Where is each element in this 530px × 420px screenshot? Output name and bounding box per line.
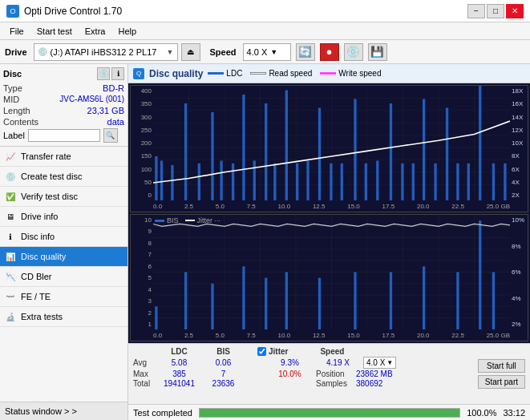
refresh-button[interactable]: 🔄 bbox=[296, 43, 315, 61]
jitter-label: Jitter bbox=[269, 347, 288, 356]
disc-section-title: Disc bbox=[3, 69, 22, 79]
stats-header-speed: Speed bbox=[296, 347, 344, 356]
ldc-svg bbox=[153, 86, 510, 200]
start-full-button[interactable]: Start full bbox=[478, 359, 525, 373]
svg-rect-47 bbox=[492, 164, 495, 200]
title-bar: O Opti Drive Control 1.70 − □ ✕ bbox=[0, 0, 530, 22]
sidebar-item-create-test-disc-label: Create test disc bbox=[21, 172, 82, 181]
menu-file[interactable]: File bbox=[3, 25, 30, 38]
stats-max-label: Max bbox=[133, 370, 157, 378]
svg-rect-20 bbox=[184, 103, 187, 200]
menu-help[interactable]: Help bbox=[111, 25, 143, 38]
start-part-button[interactable]: Start part bbox=[478, 375, 525, 389]
drive-info-icon: 🖥 bbox=[5, 211, 16, 222]
svg-rect-77 bbox=[456, 273, 459, 330]
svg-rect-23 bbox=[220, 161, 222, 201]
menu-extra[interactable]: Extra bbox=[79, 25, 112, 38]
eject-button[interactable]: ⏏ bbox=[181, 43, 200, 61]
svg-rect-40 bbox=[412, 164, 415, 200]
disc-info-icon: ℹ bbox=[5, 231, 16, 242]
extra-tests-icon: 🔬 bbox=[5, 311, 16, 322]
verify-test-disc-icon: ✅ bbox=[5, 191, 16, 202]
svg-rect-70 bbox=[242, 266, 245, 329]
legend-ldc-label: LDC bbox=[226, 69, 242, 78]
disc-quality-icon: 📊 bbox=[5, 251, 16, 262]
sidebar-item-disc-info[interactable]: ℹ Disc info bbox=[0, 227, 127, 247]
svg-rect-31 bbox=[306, 161, 309, 201]
svg-rect-72 bbox=[285, 273, 288, 330]
drive-value: (J:) ATAPI iHBS312 2 PL17 bbox=[51, 47, 157, 57]
maximize-button[interactable]: □ bbox=[487, 4, 504, 18]
sidebar-item-extra-tests-label: Extra tests bbox=[21, 312, 63, 321]
stats-samples-label: Samples bbox=[316, 379, 356, 388]
stats-total-label: Total bbox=[133, 379, 157, 388]
bis-legend: BIS Jitter ··· bbox=[155, 216, 510, 224]
close-button[interactable]: ✕ bbox=[506, 4, 524, 18]
disc-info-btn[interactable]: ℹ bbox=[111, 67, 124, 80]
disc-mid-row: MID JVC-AMS6L (001) bbox=[3, 95, 124, 104]
stats-headers: LDC BIS Jitter Speed bbox=[133, 347, 471, 356]
burn-button[interactable]: ● bbox=[320, 43, 339, 61]
status-window-button[interactable]: Status window > > bbox=[0, 402, 127, 420]
sidebar-item-drive-info[interactable]: 🖥 Drive info bbox=[0, 207, 127, 227]
sidebar-item-create-test-disc[interactable]: 💿 Create test disc bbox=[0, 167, 127, 187]
sidebar-item-disc-quality[interactable]: 📊 Disc quality bbox=[0, 247, 127, 267]
svg-rect-22 bbox=[211, 112, 213, 200]
status-time: 33:12 bbox=[503, 408, 525, 418]
speed-arrow: ▼ bbox=[270, 48, 277, 56]
speed-label: Speed bbox=[210, 47, 237, 57]
content-area: Q Disc quality LDC Read speed Write spee… bbox=[128, 64, 530, 420]
disc-contents-label: Contents bbox=[3, 117, 38, 127]
stats-samples-value: 380692 bbox=[356, 379, 404, 388]
stats-total-ldc: 1941041 bbox=[157, 379, 201, 388]
stats-max-bis: 7 bbox=[201, 370, 245, 378]
legend-write-speed-color bbox=[320, 72, 336, 75]
bis-x-axis: 0.02.55.07.510.012.515.017.520.022.525.0… bbox=[153, 329, 510, 341]
disc-type-label: Type bbox=[3, 83, 22, 93]
app-title: Opti Drive Control 1.70 bbox=[24, 6, 122, 17]
disc-mid-value: JVC-AMS6L (001) bbox=[59, 95, 124, 104]
svg-rect-44 bbox=[456, 164, 459, 200]
chart-legend: LDC Read speed Write speed bbox=[208, 69, 381, 78]
jitter-checkbox[interactable] bbox=[257, 347, 266, 356]
svg-rect-34 bbox=[341, 164, 343, 200]
disc-mid-label: MID bbox=[3, 95, 19, 104]
svg-rect-18 bbox=[160, 161, 163, 201]
sidebar-item-extra-tests[interactable]: 🔬 Extra tests bbox=[0, 307, 127, 327]
disc-contents-value: data bbox=[107, 117, 124, 127]
stats-position-label: Position bbox=[316, 370, 356, 378]
sidebar-item-verify-test-disc-label: Verify test disc bbox=[21, 192, 78, 201]
minimize-button[interactable]: − bbox=[467, 4, 485, 18]
disc-label-input[interactable] bbox=[28, 129, 100, 142]
disc-label-row: Label 🔍 bbox=[3, 128, 124, 143]
ldc-y-axis-right: 18X16X14X12X10X8X6X4X2X bbox=[510, 86, 528, 200]
window-controls: − □ ✕ bbox=[467, 4, 524, 18]
sidebar-item-verify-test-disc[interactable]: ✅ Verify test disc bbox=[0, 187, 127, 207]
status-text: Test completed bbox=[133, 408, 192, 418]
speed-selector-stats[interactable]: 4.0 X ▼ bbox=[363, 357, 396, 369]
legend-ldc-color bbox=[208, 72, 224, 75]
drive-selector[interactable]: 💿 (J:) ATAPI iHBS312 2 PL17 ▼ bbox=[34, 43, 178, 61]
disc-label-edit-btn[interactable]: 🔍 bbox=[103, 128, 118, 143]
status-progress-pct: 100.0% bbox=[467, 408, 496, 418]
stats-max-jitter: 10.0% bbox=[268, 370, 312, 378]
drive-dropdown-arrow: ▼ bbox=[167, 48, 174, 56]
save-button[interactable]: 💾 bbox=[368, 43, 387, 61]
stats-header-ldc: LDC bbox=[157, 347, 201, 356]
speed-selector[interactable]: 4.0 X ▼ bbox=[243, 43, 291, 61]
create-test-disc-icon: 💿 bbox=[5, 171, 16, 182]
disc-quality-icon-header: Q bbox=[133, 68, 144, 79]
disc-icon-btn[interactable]: 💿 bbox=[97, 67, 110, 80]
sidebar-item-transfer-rate[interactable]: 📈 Transfer rate bbox=[0, 147, 127, 167]
bis-chart-inner bbox=[153, 215, 510, 329]
svg-rect-39 bbox=[401, 164, 403, 200]
sidebar-item-cd-bler[interactable]: 📉 CD Bler bbox=[0, 267, 127, 287]
progress-bar-container bbox=[199, 408, 460, 418]
cd-bler-icon: 📉 bbox=[5, 271, 16, 282]
stats-position-value: 23862 MB bbox=[356, 370, 404, 378]
menu-start-test[interactable]: Start test bbox=[30, 25, 79, 38]
sidebar-item-fe-te[interactable]: 〰 FE / TE bbox=[0, 287, 127, 307]
disc-button[interactable]: 💿 bbox=[344, 43, 363, 61]
svg-rect-32 bbox=[318, 108, 321, 201]
sidebar-item-cd-bler-label: CD Bler bbox=[21, 272, 52, 281]
